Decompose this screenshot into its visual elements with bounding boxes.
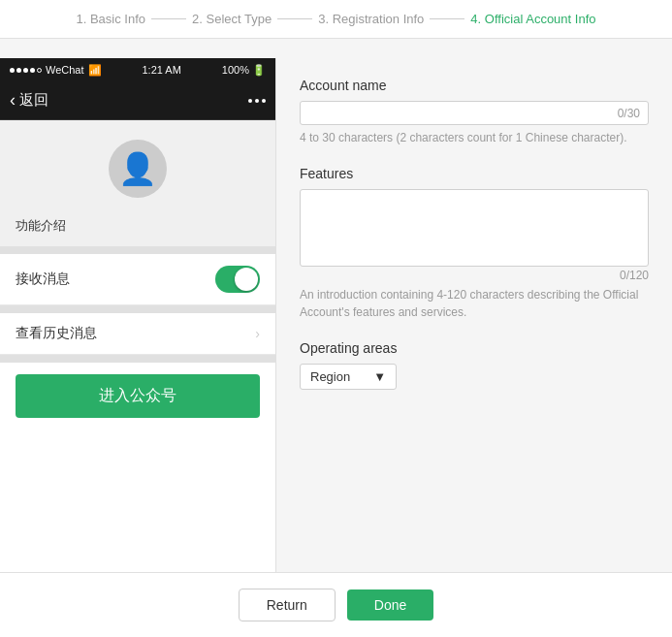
step-4[interactable]: 4. Official Account Info <box>470 12 595 26</box>
features-textarea-wrapper: 0/120 <box>300 189 649 282</box>
phone-divider-2 <box>0 305 275 313</box>
phone-nav-bar: ‹ 返回 <box>0 81 275 120</box>
time-label: 1:21 AM <box>142 64 180 76</box>
enter-official-account-button[interactable]: 进入公众号 <box>16 374 260 418</box>
status-right: 100% 🔋 <box>222 64 266 77</box>
menu-dot-3 <box>262 99 266 103</box>
back-arrow-icon: ‹ <box>10 90 16 111</box>
account-name-label: Account name <box>300 78 649 93</box>
step-divider-1 <box>151 18 186 19</box>
back-button[interactable]: ‹ 返回 <box>10 90 48 111</box>
history-messages-label: 查看历史消息 <box>16 325 97 342</box>
features-hint: An introduction containing 4-120 charact… <box>300 286 649 321</box>
features-textarea[interactable] <box>300 189 649 267</box>
step-divider-2 <box>277 18 312 19</box>
feature-intro-label: 功能介绍 <box>16 218 66 233</box>
receive-messages-toggle[interactable] <box>215 266 260 293</box>
menu-dots-button[interactable] <box>248 99 266 103</box>
account-name-input-row[interactable]: 0/30 <box>300 101 649 125</box>
phone-status-bar: WeChat 📶 1:21 AM 100% 🔋 <box>0 58 275 81</box>
status-dots <box>10 68 42 73</box>
features-char-count: 0/120 <box>300 269 649 282</box>
features-label: Features <box>300 166 649 181</box>
dot-2 <box>16 68 21 73</box>
feature-intro: 功能介绍 <box>0 209 275 246</box>
profile-section: 👤 <box>0 120 275 209</box>
step-2[interactable]: 2. Select Type <box>192 12 272 26</box>
dot-5 <box>37 68 42 73</box>
step-divider-3 <box>430 18 464 19</box>
receive-messages-item[interactable]: 接收消息 <box>0 254 275 305</box>
dot-4 <box>30 68 35 73</box>
operating-areas-field: Operating areas Region ▼ <box>300 340 649 390</box>
phone-divider-1 <box>0 246 275 254</box>
step-3[interactable]: 3. Registration Info <box>318 12 424 26</box>
step-1-label: 1 <box>76 12 82 26</box>
chevron-down-icon: ▼ <box>373 369 386 384</box>
menu-dot-1 <box>248 99 252 103</box>
main-content: WeChat 📶 1:21 AM 100% 🔋 ‹ 返回 <box>0 39 672 572</box>
features-field: Features 0/120 An introduction containin… <box>300 166 649 321</box>
account-name-field: Account name 0/30 4 to 30 characters (2 … <box>300 78 649 146</box>
menu-dot-2 <box>255 99 259 103</box>
step-1[interactable]: 1. Basic Info <box>76 12 145 26</box>
return-button[interactable]: Return <box>239 589 336 621</box>
step-navigation: 1. Basic Info 2. Select Type 3. Registra… <box>0 0 672 39</box>
dot-3 <box>23 68 28 73</box>
history-messages-item[interactable]: 查看历史消息 › <box>0 313 275 355</box>
account-name-char-count: 0/30 <box>618 107 640 120</box>
dot-1 <box>10 68 15 73</box>
carrier-label: WeChat <box>46 64 84 76</box>
region-dropdown[interactable]: Region ▼ <box>300 364 397 390</box>
operating-areas-label: Operating areas <box>300 340 649 356</box>
toggle-knob <box>235 268 258 291</box>
chevron-right-icon: › <box>255 326 260 341</box>
account-name-hint: 4 to 30 characters (2 characters count f… <box>300 129 649 146</box>
battery-label: 100% <box>222 64 249 76</box>
receive-messages-label: 接收消息 <box>16 271 70 288</box>
status-left: WeChat 📶 <box>10 64 102 77</box>
phone-divider-3 <box>0 355 275 363</box>
footer-buttons: Return Done <box>0 572 672 637</box>
battery-icon: 🔋 <box>252 64 266 76</box>
avatar-icon: 👤 <box>118 150 157 187</box>
region-dropdown-label: Region <box>310 369 350 384</box>
phone-mockup: WeChat 📶 1:21 AM 100% 🔋 ‹ 返回 <box>0 58 276 572</box>
wifi-icon: 📶 <box>88 64 102 77</box>
account-name-input[interactable] <box>308 106 618 120</box>
back-label: 返回 <box>19 91 48 110</box>
avatar: 👤 <box>109 140 167 198</box>
form-panel: Account name 0/30 4 to 30 characters (2 … <box>276 58 672 572</box>
done-button[interactable]: Done <box>347 589 433 621</box>
